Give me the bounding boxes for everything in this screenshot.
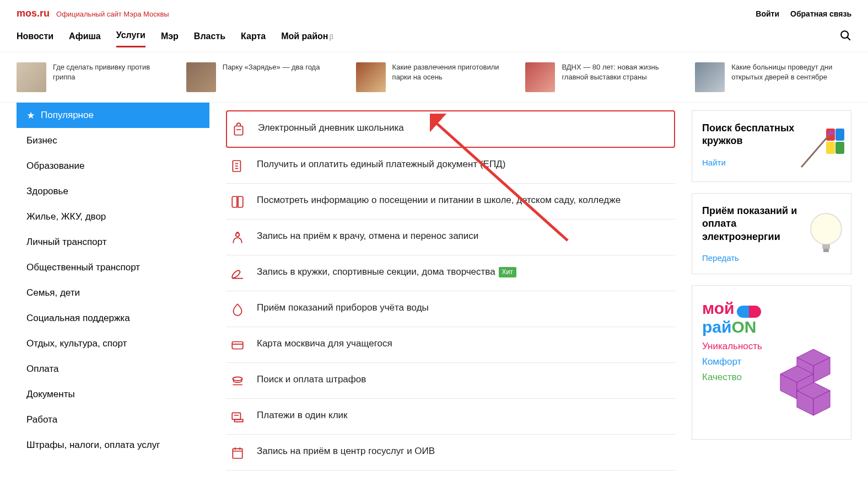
svg-point-16 — [811, 213, 842, 244]
service-title-0: Электронный дневник школьника — [258, 121, 404, 135]
beta-label: β — [330, 33, 333, 41]
sidebar-business[interactable]: Бизнес — [17, 128, 209, 153]
services-list: Электронный дневник школьника Получить и… — [226, 103, 675, 471]
right-column: Поиск бесплатных кружков Найти Приём пок… — [692, 103, 868, 471]
police-icon — [230, 374, 245, 388]
sidebar: Популярное Бизнес Образование Здоровье Ж… — [17, 103, 209, 471]
nav-mayor[interactable]: Мэр — [161, 31, 179, 47]
service-doctor[interactable]: Запись на приём к врачу, отмена и перено… — [226, 220, 675, 255]
site-tagline: Официальный сайт Мэра Москвы — [56, 10, 169, 18]
pill-icon — [737, 306, 761, 318]
header-branding: mos.ru Официальный сайт Мэра Москвы — [17, 8, 169, 19]
sidebar-payment[interactable]: Оплата — [17, 356, 209, 382]
sidebar-label-popular: Популярное — [41, 110, 94, 121]
news-thumb-0 — [17, 62, 46, 92]
news-text-1: Парку «Зарядье» — два года — [223, 62, 320, 92]
promo-title-1: Приём показаний и оплата электроэнергии — [702, 205, 801, 243]
receipt-icon — [230, 159, 245, 173]
news-card-1[interactable]: Парку «Зарядье» — два года — [186, 62, 343, 92]
news-text-3: ВДНХ — 80 лет: новая жизнь главной выста… — [562, 62, 682, 92]
paint-illustration — [796, 124, 845, 174]
svg-rect-2 — [234, 126, 242, 135]
calendar-icon — [230, 446, 245, 460]
news-thumb-4 — [695, 62, 725, 92]
service-title-4: Запись в кружки, спортивные секции, дома… — [257, 265, 516, 279]
sidebar-family[interactable]: Семья, дети — [17, 280, 209, 306]
login-link[interactable]: Войти — [756, 9, 779, 18]
service-title-2: Посмотреть информацию о посещении и пита… — [257, 194, 621, 207]
sidebar-social[interactable]: Социальная поддержка — [17, 306, 209, 331]
sidebar-education[interactable]: Образование — [17, 153, 209, 179]
feedback-link[interactable]: Обратная связь — [790, 9, 851, 18]
sidebar-public-transport[interactable]: Общественный транспорт — [17, 255, 209, 280]
sidebar-fines[interactable]: Штрафы, налоги, оплата услуг — [17, 432, 209, 458]
service-fines[interactable]: Поиск и оплата штрафов — [226, 363, 675, 399]
sidebar-leisure[interactable]: Отдых, культура, спорт — [17, 331, 209, 356]
service-gov-appointment[interactable]: Запись на приём в центр госуслуг и ОИВ — [226, 435, 675, 471]
cubes-illustration — [764, 346, 847, 435]
news-thumb-1 — [186, 62, 216, 92]
svg-rect-13 — [835, 142, 844, 154]
nav-power[interactable]: Власть — [194, 31, 225, 47]
svg-point-4 — [236, 233, 240, 237]
news-card-3[interactable]: ВДНХ — 80 лет: новая жизнь главной выста… — [525, 62, 682, 92]
service-title-3: Запись на приём к врачу, отмена и перено… — [257, 229, 478, 243]
district-logo: мой райON — [702, 299, 841, 337]
main-nav: Новости Афиша Услуги Мэр Власть Карта Мо… — [0, 24, 868, 52]
svg-rect-11 — [835, 129, 844, 141]
nav-news[interactable]: Новости — [17, 31, 53, 47]
nav-district[interactable]: Мой районβ — [281, 31, 333, 47]
news-card-0[interactable]: Где сделать прививку против гриппа — [17, 62, 173, 92]
nav-afisha[interactable]: Афиша — [69, 31, 101, 47]
news-row: Где сделать прививку против гриппа Парку… — [0, 52, 868, 103]
svg-line-1 — [848, 38, 850, 40]
service-student-card[interactable]: Карта москвича для учащегося — [226, 327, 675, 363]
service-oneclick[interactable]: Платежи в один клик — [226, 399, 675, 435]
art-icon — [230, 266, 245, 281]
svg-point-15 — [827, 131, 835, 135]
bulb-illustration — [796, 207, 845, 262]
site-logo[interactable]: mos.ru — [17, 8, 50, 19]
service-title-1: Получить и оплатить единый платежный док… — [257, 158, 505, 171]
promo-district[interactable]: мой райON Уникальность Комфорт Качество — [692, 285, 851, 440]
sidebar-housing[interactable]: Жилье, ЖКУ, двор — [17, 204, 209, 229]
book-icon — [230, 195, 245, 209]
svg-rect-12 — [826, 142, 835, 154]
sidebar-health[interactable]: Здоровье — [17, 179, 209, 204]
sidebar-work[interactable]: Работа — [17, 407, 209, 432]
promo-electricity[interactable]: Приём показаний и оплата электроэнергии … — [692, 193, 851, 274]
doctor-icon — [230, 231, 245, 245]
news-card-4[interactable]: Какие больницы проведут дни открытых две… — [695, 62, 851, 92]
promo-title-0: Поиск бесплатных кружков — [702, 122, 801, 148]
news-text-0: Где сделать прививку против гриппа — [53, 62, 173, 92]
sidebar-popular[interactable]: Популярное — [17, 103, 209, 128]
nav-map[interactable]: Карта — [241, 31, 266, 47]
service-water[interactable]: Приём показаний приборов учёта воды — [226, 291, 675, 327]
service-title-9: Запись на приём в центр госуслуг и ОИВ — [257, 445, 435, 458]
service-epd[interactable]: Получить и оплатить единый платежный док… — [226, 148, 675, 184]
news-thumb-3 — [525, 62, 555, 92]
service-diary[interactable]: Электронный дневник школьника — [226, 110, 675, 148]
service-attendance[interactable]: Посмотреть информацию о посещении и пита… — [226, 184, 675, 220]
payment-icon — [230, 410, 245, 424]
svg-rect-7 — [232, 413, 240, 419]
news-thumb-2 — [356, 62, 386, 92]
service-title-8: Платежи в один клик — [257, 409, 348, 422]
svg-rect-5 — [232, 342, 243, 349]
service-title-7: Поиск и оплата штрафов — [257, 373, 366, 386]
sidebar-personal-transport[interactable]: Личный транспорт — [17, 229, 209, 255]
hit-badge: Хит — [499, 267, 516, 277]
header-links: Войти Обратная связь — [756, 9, 851, 18]
promo-clubs[interactable]: Поиск бесплатных кружков Найти — [692, 110, 851, 182]
news-card-2[interactable]: Какие развлечения приготовили парки на о… — [356, 62, 513, 92]
svg-rect-8 — [233, 448, 242, 458]
news-text-4: Какие больницы проведут дни открытых две… — [731, 62, 851, 92]
card-icon — [230, 338, 245, 353]
service-title-5: Приём показаний приборов учёта воды — [257, 301, 429, 314]
meter-icon — [230, 302, 245, 317]
star-icon — [26, 111, 35, 120]
sidebar-documents[interactable]: Документы — [17, 382, 209, 407]
search-icon[interactable] — [839, 29, 851, 41]
service-clubs[interactable]: Запись в кружки, спортивные секции, дома… — [226, 255, 675, 291]
nav-services[interactable]: Услуги — [116, 30, 145, 47]
